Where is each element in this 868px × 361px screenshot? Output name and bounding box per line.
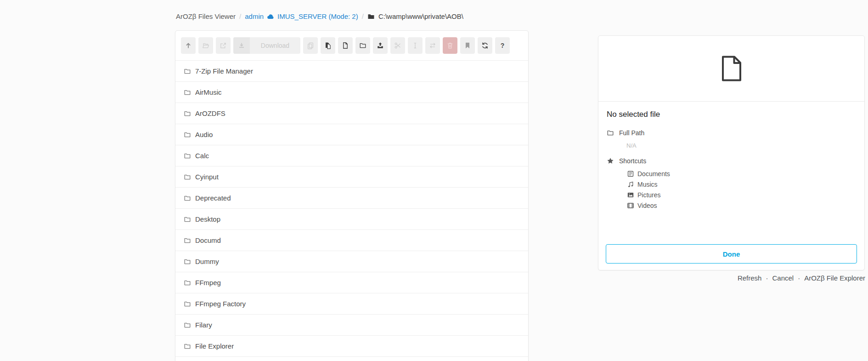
shortcuts-label: Shortcuts	[619, 157, 646, 165]
download-button[interactable]: Download	[233, 37, 300, 54]
text-cursor-icon	[411, 42, 419, 49]
file-name: AirMusic	[195, 88, 222, 96]
shortcut-videos[interactable]: Videos	[627, 202, 856, 209]
done-button[interactable]: Done	[606, 244, 857, 264]
file-name: Calc	[195, 152, 209, 160]
shortcut-label: Pictures	[637, 191, 661, 199]
open-in-new-button[interactable]	[216, 37, 231, 54]
go-up-button[interactable]	[181, 37, 196, 54]
paste-button[interactable]	[321, 37, 335, 54]
file-list-item[interactable]: ArOZDFS	[175, 103, 528, 124]
full-path-value: N/A	[626, 142, 856, 149]
shortcut-list: Documents Musics Pictures Videos	[627, 170, 856, 209]
shortcut-pictures[interactable]: Pictures	[627, 191, 856, 199]
move-button[interactable]	[425, 37, 440, 54]
folder-icon	[184, 216, 191, 223]
new-folder-button[interactable]	[355, 37, 370, 54]
file-preview-area	[598, 36, 864, 102]
breadcrumb-separator: /	[362, 12, 364, 20]
file-list-item[interactable]: AirMusic	[175, 82, 528, 103]
file-explorer-link[interactable]: ArOZβ File Explorer	[804, 274, 865, 282]
file-list-item[interactable]: Documd	[175, 230, 528, 251]
folder-open-icon	[202, 42, 209, 49]
file-list-item[interactable]: Calc	[175, 145, 528, 166]
picture-icon	[627, 191, 634, 199]
folder-icon	[184, 89, 191, 96]
selection-status-heading: No selected file	[607, 110, 856, 119]
file-list-item[interactable]: Dummy	[175, 251, 528, 272]
question-mark-icon: ?	[501, 42, 505, 49]
file-name: Audio	[195, 131, 213, 138]
external-link-icon	[220, 42, 227, 49]
file-placeholder-icon	[721, 55, 742, 82]
refresh-button[interactable]	[478, 37, 492, 54]
file-name: 7-Zip File Manager	[195, 67, 253, 75]
help-button[interactable]: ?	[495, 37, 510, 54]
file-list-item[interactable]: Audio	[175, 124, 528, 145]
folder-icon	[184, 68, 191, 75]
file-list-item[interactable]: FFmpeg Factory	[175, 293, 528, 315]
file-name: FFmpeg	[195, 279, 221, 287]
folder-icon	[184, 173, 191, 181]
file-name: ArOZDFS	[195, 109, 225, 117]
file-list-item[interactable]: FFmpeg	[175, 272, 528, 293]
file-name: Documd	[195, 236, 221, 244]
cloud-icon	[267, 13, 274, 20]
file-list-item[interactable]: File Explorer	[175, 336, 528, 357]
file-list-item[interactable]: 7-Zip File Manager	[175, 61, 528, 82]
document-list-icon	[627, 170, 634, 178]
folder-icon	[184, 131, 191, 138]
file-list-item[interactable]: Desktop	[175, 209, 528, 230]
rename-button[interactable]	[408, 37, 423, 54]
toolbar: Download ?	[175, 31, 528, 61]
delete-button[interactable]	[443, 37, 457, 54]
separator-dot: ·	[766, 274, 768, 282]
folder-icon	[184, 152, 191, 160]
file-details-body: No selected file Full Path N/A Shortcuts…	[598, 102, 864, 216]
new-file-icon	[342, 42, 349, 49]
refresh-link[interactable]: Refresh	[738, 274, 762, 282]
file-list-item[interactable]: Filary	[175, 315, 528, 336]
folder-icon	[184, 279, 191, 287]
server-link[interactable]: IMUS_SERVER (Mode: 2)	[277, 12, 358, 20]
download-label: Download	[250, 37, 300, 54]
folder-icon	[184, 110, 191, 117]
copy-icon	[307, 42, 314, 49]
download-icon	[233, 37, 250, 54]
refresh-icon	[481, 42, 489, 49]
file-list-item[interactable]: Deprecated	[175, 188, 528, 209]
file-name: Deprecated	[195, 194, 231, 202]
file-name: Desktop	[195, 215, 220, 223]
folder-icon	[184, 343, 191, 350]
upload-button[interactable]	[373, 37, 388, 54]
open-button[interactable]	[198, 37, 213, 54]
file-browser-panel: Download ? 7-Zip File Manager AirMusic A…	[175, 30, 529, 361]
cancel-link[interactable]: Cancel	[772, 274, 794, 282]
paste-icon	[324, 42, 332, 49]
file-name: Dummy	[195, 258, 219, 265]
exchange-arrows-icon	[429, 42, 436, 49]
new-file-button[interactable]	[338, 37, 353, 54]
cut-button[interactable]	[390, 37, 405, 54]
shortcut-label: Videos	[637, 202, 657, 209]
bookmark-icon	[464, 42, 471, 49]
arrow-up-icon	[185, 42, 192, 49]
bookmark-button[interactable]	[460, 37, 475, 54]
copy-button[interactable]	[303, 37, 318, 54]
new-folder-icon	[359, 42, 366, 49]
app-title: ArOZβ Files Viewer	[176, 12, 236, 20]
shortcut-musics[interactable]: Musics	[627, 181, 856, 188]
separator-dot: ·	[798, 274, 800, 282]
file-list-item[interactable]: Cyinput	[175, 166, 528, 188]
scissors-icon	[394, 42, 401, 49]
file-list: 7-Zip File Manager AirMusic ArOZDFS Audi…	[175, 61, 528, 357]
folder-icon	[367, 13, 375, 20]
current-path: C:\wamp\www\private\AOB\	[378, 12, 463, 20]
folder-icon	[184, 321, 191, 329]
upload-icon	[377, 42, 384, 49]
shortcut-documents[interactable]: Documents	[627, 170, 856, 178]
user-link[interactable]: admin	[245, 12, 264, 20]
music-note-icon	[627, 181, 634, 188]
breadcrumb: ArOZβ Files Viewer / admin IMUS_SERVER (…	[176, 12, 463, 20]
shortcut-label: Documents	[637, 170, 670, 178]
